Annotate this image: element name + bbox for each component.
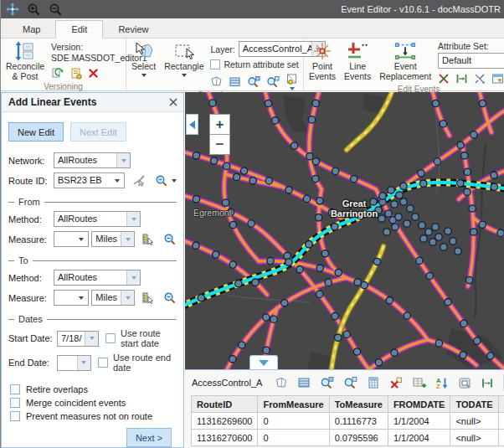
point-events-button[interactable]: Point Events xyxy=(307,40,337,82)
return-attribute-set-checkbox[interactable] xyxy=(210,59,220,70)
merge-coincident-checkbox[interactable] xyxy=(10,398,20,408)
table-row[interactable]: 11316269600 0 0.1116773 1/1/2004 <null> … xyxy=(192,413,504,430)
from-measure-input[interactable] xyxy=(54,231,89,247)
cell[interactable]: <null> xyxy=(450,430,498,446)
cell[interactable]: 11316269600 xyxy=(192,413,258,430)
chevron-down-icon[interactable] xyxy=(111,173,124,188)
pan-icon[interactable] xyxy=(6,3,19,16)
tab-review[interactable]: Review xyxy=(103,21,163,38)
to-units-dropdown[interactable]: Miles xyxy=(91,290,135,306)
collapse-grid-button[interactable] xyxy=(249,355,278,369)
pan-to-selection-icon[interactable] xyxy=(266,75,280,89)
measure-gap-icon[interactable] xyxy=(455,73,468,85)
select-by-attribute-icon[interactable] xyxy=(285,73,298,85)
map-zoom-in-button[interactable]: + xyxy=(209,114,230,135)
chevron-down-icon[interactable] xyxy=(75,232,88,246)
cell[interactable]: 0.0795596 xyxy=(329,430,388,446)
chevron-down-icon[interactable] xyxy=(126,270,140,285)
event-replacement-button[interactable]: Event Replacement xyxy=(378,40,433,82)
zoom-to-selection-icon[interactable] xyxy=(247,75,260,89)
zoom-to-measure-icon[interactable] xyxy=(163,291,177,305)
tab-map[interactable]: Map xyxy=(8,21,55,38)
chevron-down-icon[interactable] xyxy=(85,332,98,346)
window-properties-icon[interactable] xyxy=(491,73,504,85)
tab-edit[interactable]: Edit xyxy=(55,20,103,39)
merge-arrows-icon[interactable] xyxy=(474,73,486,85)
chevron-down-icon[interactable] xyxy=(116,153,130,167)
to-measure-input[interactable] xyxy=(54,290,89,306)
use-route-start-checkbox[interactable] xyxy=(105,333,116,343)
column-header-tomeasure[interactable]: ToMeasure xyxy=(329,396,388,413)
zoom-to-route-icon[interactable] xyxy=(155,174,168,188)
ruler-pick-icon[interactable] xyxy=(141,233,155,246)
new-version-icon[interactable] xyxy=(69,67,82,80)
select-route-icon[interactable] xyxy=(132,174,146,188)
zoom-out-icon[interactable] xyxy=(49,3,63,17)
chevron-down-icon[interactable] xyxy=(75,291,88,305)
next-button[interactable]: Next > xyxy=(126,428,172,447)
clear-selection-icon[interactable] xyxy=(389,376,403,390)
select-shape-icon[interactable] xyxy=(275,376,288,390)
zoom-to-selection-icon[interactable] xyxy=(320,376,334,390)
column-header-frommeasure[interactable]: FromMeasure xyxy=(258,396,329,413)
prevent-measures-checkbox[interactable] xyxy=(10,411,20,421)
chevron-down-icon[interactable] xyxy=(121,232,134,246)
cell[interactable]: N xyxy=(498,413,504,430)
window-properties-icon[interactable] xyxy=(458,376,471,390)
column-header-routeid[interactable]: RouteID xyxy=(192,396,258,413)
chevron-down-icon[interactable] xyxy=(172,179,177,183)
chevron-down-icon[interactable] xyxy=(77,356,90,370)
map-zoom-out-button[interactable]: − xyxy=(209,134,230,155)
rectangle-dropdown-caret-icon[interactable] xyxy=(182,74,187,77)
column-header-todate[interactable]: TODATE xyxy=(450,396,498,413)
chevron-down-icon[interactable] xyxy=(126,212,140,226)
records-icon[interactable] xyxy=(229,75,241,88)
collapse-panel-button[interactable] xyxy=(186,114,198,135)
table-row[interactable]: 11316270600 0 0.0795596 1/1/2004 <null> … xyxy=(192,430,504,446)
reconcile-post-button[interactable]: Reconcile & Post xyxy=(4,40,46,82)
add-row-icon[interactable] xyxy=(412,376,426,390)
refresh-version-icon[interactable] xyxy=(51,67,64,80)
zoom-in-icon[interactable] xyxy=(27,3,41,17)
grid-layer-name[interactable]: AccessControl_A xyxy=(192,378,262,388)
select-dropdown-caret-icon[interactable] xyxy=(141,74,147,77)
cell[interactable]: 11316270600 xyxy=(192,430,258,446)
retire-overlaps-checkbox[interactable] xyxy=(10,384,20,394)
to-method-dropdown[interactable]: AllRoutes xyxy=(54,270,141,286)
sort-icon[interactable]: A Z xyxy=(435,376,449,390)
use-route-end-checkbox[interactable] xyxy=(98,358,108,368)
records-icon[interactable] xyxy=(297,376,311,390)
cell[interactable]: 1/1/2004 xyxy=(388,430,450,446)
cell[interactable]: N xyxy=(498,430,504,446)
select-tool-button[interactable]: Select xyxy=(130,40,157,78)
select-shape-icon[interactable] xyxy=(210,75,223,88)
line-events-button[interactable]: Line Events xyxy=(342,40,373,82)
column-header-fromdate[interactable]: FROMDATE xyxy=(388,396,450,413)
cell[interactable]: 1/1/2004 xyxy=(388,413,450,430)
from-method-dropdown[interactable]: AllRoutes xyxy=(54,211,141,227)
column-header-ac[interactable]: AC xyxy=(498,396,504,413)
cell[interactable]: 0 xyxy=(258,430,329,446)
cell[interactable]: <null> xyxy=(450,413,498,430)
measure-gap-icon[interactable] xyxy=(481,376,494,390)
pan-to-selection-icon[interactable] xyxy=(343,376,357,390)
rectangle-tool-button[interactable]: Rectangle xyxy=(162,40,205,78)
ruler-pick-icon[interactable] xyxy=(141,291,155,305)
map-canvas[interactable]: Egremont Great Barrington + − xyxy=(185,92,504,369)
attribute-set-dropdown[interactable]: Default xyxy=(438,53,504,69)
network-dropdown[interactable]: AllRoutes xyxy=(54,152,131,168)
start-date-input[interactable]: 7/18/ xyxy=(57,331,99,347)
calculator-icon[interactable] xyxy=(367,376,380,390)
cell[interactable]: 0.1116773 xyxy=(329,413,388,430)
delete-version-icon[interactable] xyxy=(88,68,99,79)
new-edit-button[interactable]: New Edit xyxy=(8,122,64,142)
from-units-dropdown[interactable]: Miles xyxy=(91,231,135,247)
chevron-down-icon[interactable] xyxy=(121,291,134,305)
close-icon[interactable] xyxy=(168,97,178,107)
cell[interactable]: 0 xyxy=(258,413,329,430)
route-id-dropdown[interactable]: BSR23 EB xyxy=(54,173,125,188)
zoom-to-measure-icon[interactable] xyxy=(163,233,177,246)
end-date-input[interactable] xyxy=(57,355,91,371)
next-edit-button[interactable]: Next Edit xyxy=(70,122,126,142)
split-event-icon[interactable] xyxy=(438,73,450,85)
